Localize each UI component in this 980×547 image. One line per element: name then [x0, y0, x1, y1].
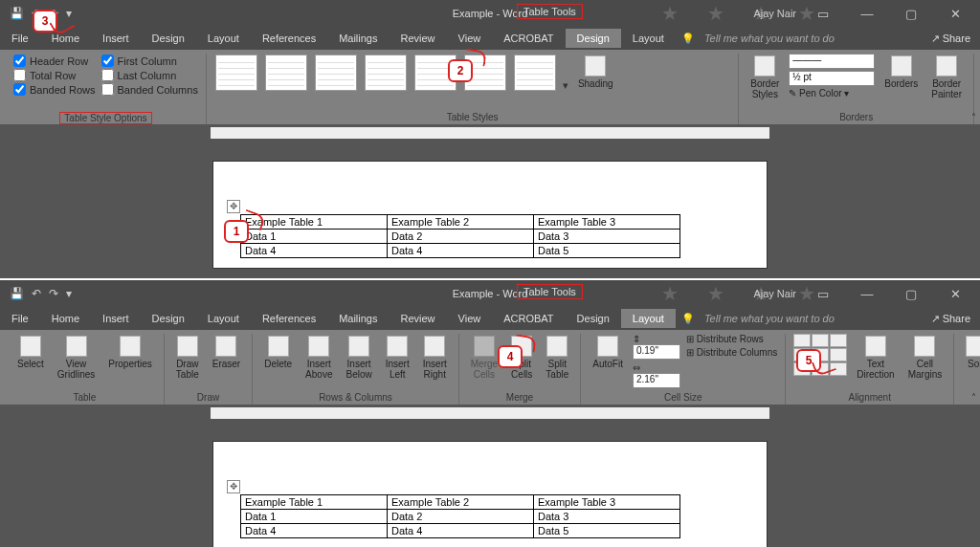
- table-cell[interactable]: Data 4: [241, 524, 388, 538]
- tellme-icon[interactable]: 💡: [676, 33, 695, 45]
- sort-button[interactable]: Sort: [962, 334, 980, 371]
- redo-icon[interactable]: ↷: [49, 287, 58, 300]
- tab-insert[interactable]: Insert: [91, 29, 141, 48]
- autofit-button[interactable]: AutoFit: [589, 334, 627, 371]
- border-painter-button[interactable]: Border Painter: [927, 54, 966, 101]
- tab-insert[interactable]: Insert: [91, 309, 141, 328]
- draw-table-button[interactable]: Draw Table: [172, 334, 203, 382]
- select-button[interactable]: Select: [13, 334, 48, 371]
- table-cell[interactable]: Example Table 3: [534, 495, 680, 510]
- tab-table-layout[interactable]: Layout: [621, 29, 676, 48]
- example-table[interactable]: Example Table 1Example Table 2Example Ta…: [240, 214, 680, 258]
- last-column-checkbox[interactable]: Last Column: [101, 68, 198, 82]
- tab-view[interactable]: View: [447, 29, 493, 48]
- insert-right-button[interactable]: Insert Right: [419, 334, 451, 382]
- maximize-icon[interactable]: ▢: [894, 7, 928, 21]
- total-row-checkbox[interactable]: Total Row: [13, 68, 96, 82]
- insert-above-button[interactable]: Insert Above: [301, 334, 336, 382]
- table-style-thumb[interactable]: [365, 55, 407, 91]
- pen-style-dropdown[interactable]: ———: [789, 54, 875, 69]
- tab-references[interactable]: References: [251, 29, 327, 48]
- pen-color-button[interactable]: ✎ Pen Color ▾: [789, 88, 875, 98]
- table-cell[interactable]: Data 5: [534, 244, 680, 258]
- tab-review[interactable]: Review: [390, 29, 447, 48]
- save-icon[interactable]: 💾: [10, 7, 24, 20]
- properties-button[interactable]: Properties: [104, 334, 156, 371]
- share-button[interactable]: ↗ Share: [931, 313, 970, 325]
- distribute-rows-button[interactable]: ⊞ Distribute Rows: [686, 334, 777, 344]
- table-cell[interactable]: Data 2: [388, 230, 534, 244]
- row-height-input[interactable]: 0.19": [633, 344, 680, 360]
- pen-weight-dropdown[interactable]: ½ pt: [789, 71, 875, 86]
- table-cell[interactable]: Data 3: [534, 230, 680, 244]
- cell-margins-button[interactable]: Cell Margins: [904, 334, 947, 382]
- tell-me-input[interactable]: Tell me what you want to do: [695, 33, 835, 44]
- shading-button[interactable]: Shading: [574, 54, 617, 91]
- table-cell[interactable]: Example Table 2: [388, 495, 534, 510]
- tell-me-input[interactable]: Tell me what you want to do: [695, 313, 835, 324]
- merge-cells-button[interactable]: Merge Cells: [467, 334, 501, 382]
- styles-more-icon[interactable]: ▾: [563, 79, 568, 92]
- tab-file[interactable]: File: [0, 29, 40, 48]
- tab-layout-main[interactable]: Layout: [196, 29, 251, 48]
- tellme-icon[interactable]: 💡: [676, 313, 695, 325]
- tab-file[interactable]: File: [0, 309, 40, 328]
- share-button[interactable]: ↗ Share: [931, 33, 970, 45]
- close-icon[interactable]: ✕: [938, 287, 972, 301]
- close-icon[interactable]: ✕: [938, 7, 972, 21]
- horizontal-ruler[interactable]: [0, 124, 980, 142]
- table-cell[interactable]: Data 1: [241, 510, 388, 524]
- tab-acrobat[interactable]: ACROBAT: [492, 309, 565, 328]
- first-column-checkbox[interactable]: First Column: [101, 54, 198, 68]
- banded-rows-checkbox[interactable]: Banded Rows: [13, 82, 96, 97]
- save-icon[interactable]: 💾: [10, 287, 24, 300]
- align-tc[interactable]: [812, 334, 829, 347]
- insert-below-button[interactable]: Insert Below: [342, 334, 375, 382]
- tab-mailings[interactable]: Mailings: [327, 309, 389, 328]
- table-style-thumb[interactable]: [265, 55, 307, 91]
- tab-layout-main[interactable]: Layout: [196, 309, 251, 328]
- tab-table-design[interactable]: Design: [566, 29, 621, 48]
- table-cell[interactable]: Example Table 3: [534, 215, 680, 230]
- table-style-thumb[interactable]: [514, 55, 556, 91]
- distribute-cols-button[interactable]: ⊞ Distribute Columns: [686, 347, 777, 358]
- header-row-checkbox[interactable]: Header Row: [13, 54, 96, 68]
- text-direction-button[interactable]: Text Direction: [853, 334, 898, 382]
- qat-more-icon[interactable]: ▾: [66, 287, 72, 300]
- tab-review[interactable]: Review: [390, 309, 447, 328]
- table-cell[interactable]: Data 4: [388, 244, 534, 258]
- tab-table-design[interactable]: Design: [566, 309, 621, 328]
- table-cell[interactable]: Example Table 2: [388, 215, 534, 230]
- eraser-button[interactable]: Eraser: [209, 334, 244, 371]
- delete-button[interactable]: Delete: [260, 334, 296, 371]
- tab-table-layout[interactable]: Layout: [621, 309, 676, 328]
- view-gridlines-button[interactable]: View Gridlines: [54, 334, 99, 382]
- tab-view[interactable]: View: [447, 309, 493, 328]
- tab-acrobat[interactable]: ACROBAT: [492, 29, 565, 48]
- col-width-input[interactable]: 2.16": [633, 373, 680, 388]
- table-style-thumb[interactable]: [315, 55, 357, 91]
- horizontal-ruler[interactable]: [0, 405, 980, 422]
- align-tl[interactable]: [793, 334, 811, 347]
- table-cell[interactable]: Data 1: [241, 230, 388, 244]
- insert-left-button[interactable]: Insert Left: [382, 334, 413, 382]
- undo-icon[interactable]: ↶: [32, 287, 41, 300]
- table-move-handle[interactable]: ✥: [227, 200, 240, 213]
- tab-design-main[interactable]: Design: [141, 309, 196, 328]
- minimize-icon[interactable]: —: [850, 287, 884, 301]
- collapse-ribbon-icon[interactable]: ˄: [971, 392, 976, 403]
- table-cell[interactable]: Data 4: [241, 244, 388, 258]
- split-table-button[interactable]: Split Table: [542, 334, 572, 382]
- table-style-thumb[interactable]: [215, 55, 257, 91]
- tab-references[interactable]: References: [251, 309, 327, 328]
- border-styles-button[interactable]: Border Styles: [746, 54, 783, 101]
- tab-mailings[interactable]: Mailings: [327, 29, 389, 48]
- maximize-icon[interactable]: ▢: [894, 287, 928, 301]
- tab-home[interactable]: Home: [40, 309, 91, 328]
- table-cell[interactable]: Data 5: [534, 524, 680, 538]
- collapse-ribbon-icon[interactable]: ˄: [971, 112, 976, 122]
- ribbon-display-icon[interactable]: ▭: [806, 287, 840, 301]
- borders-button[interactable]: Borders: [880, 54, 922, 91]
- align-tr[interactable]: [830, 334, 847, 347]
- table-cell[interactable]: Data 2: [388, 510, 534, 524]
